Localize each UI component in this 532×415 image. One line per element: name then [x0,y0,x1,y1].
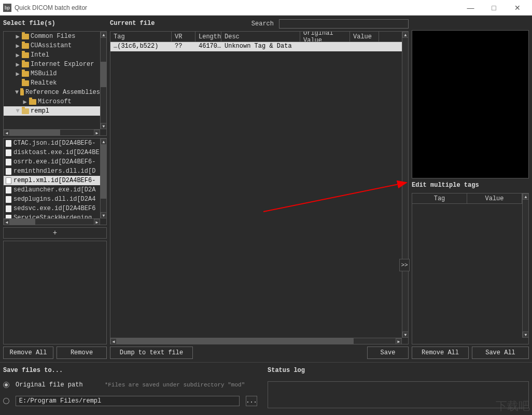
save-hint: *Files are saved under subdirectory "mod… [105,382,245,388]
scroll-up-icon[interactable]: ▲ [523,193,529,200]
image-preview [412,30,529,178]
tree-row[interactable]: ▶Common Files [4,32,100,41]
expand-arrow-icon[interactable]: ▶ [15,71,20,76]
file-row[interactable]: sedplugins.dll.id[D2A4 [4,195,100,204]
tree-hscroll[interactable]: ◀ ▶ [4,129,100,135]
scroll-left-icon[interactable]: ◀ [4,219,10,225]
dump-button[interactable]: Dump to text file [110,347,193,359]
file-row[interactable]: rempl.xml.id[D2A4BEF6- [4,176,100,185]
scroll-right-icon[interactable]: ▶ [94,130,100,136]
browse-button[interactable]: ... [246,396,257,406]
table-header-cell[interactable]: Desc [221,32,300,42]
filelist-vscroll[interactable]: ▲ ▼ [100,139,106,218]
table-hscroll[interactable]: ◀ ▶ [110,338,402,344]
tree-row[interactable]: Realtek [4,78,100,88]
scroll-right-icon[interactable]: ▶ [94,219,100,225]
edit-th-value: Value [467,193,522,203]
file-list[interactable]: CTAC.json.id[D2A4BEF6-disktoast.exe.id[D… [3,138,107,225]
file-row[interactable]: ServiceStackHardening. [4,213,100,218]
tree-row[interactable]: ▶Microsoft [4,97,100,106]
expand-arrow-icon[interactable]: ▶ [15,43,20,48]
table-header-cell[interactable]: Value [350,32,379,42]
table-header-cell[interactable]: Original Value [300,32,350,42]
tree-label: Microsoft [38,98,72,105]
table-cell [300,42,350,51]
expand-arrow-icon[interactable]: ▶ [22,99,27,104]
remove-all-button[interactable]: Remove All [3,347,53,359]
tree-row[interactable]: ▶Intel [4,50,100,60]
folder-icon [22,80,29,86]
expand-arrow-icon[interactable]: ▶ [15,52,20,58]
save-path-input[interactable] [16,396,240,406]
remove-button[interactable]: Remove [57,347,107,359]
folder-icon [22,71,29,77]
table-cell: 46170… [195,42,221,51]
tree-row[interactable]: ▼rempl [4,106,100,116]
status-log-heading: Status log [268,366,529,376]
expand-arrow-icon[interactable]: ▶ [15,62,20,67]
scroll-down-icon[interactable]: ▼ [402,331,409,338]
radio-original-path[interactable] [3,382,9,388]
file-row[interactable]: disktoast.exe.id[D2A4BE [4,148,100,157]
tree-row[interactable]: ▶CUAssistant [4,41,100,50]
expand-arrow-icon[interactable] [15,80,20,86]
file-row[interactable]: osrrb.exe.id[D2A4BEF6- [4,157,100,167]
scroll-up-icon[interactable]: ▲ [101,139,107,145]
search-label: Search [251,20,274,27]
folder-icon [22,43,29,49]
tree-vscroll[interactable]: ▲ ▼ [100,32,106,129]
scroll-right-icon[interactable]: ▶ [396,338,402,344]
table-cell: Unknown Tag & Data [221,42,300,51]
file-row[interactable]: CTAC.json.id[D2A4BEF6- [4,139,100,148]
close-button[interactable]: ✕ [506,0,529,16]
file-icon [6,205,11,212]
tag-table[interactable]: TagVRLengthDescOriginal ValueValue …(31c… [110,31,409,344]
expand-arrow-icon[interactable]: ▼ [15,108,20,114]
maximize-button[interactable]: □ [482,0,506,16]
file-icon [6,168,11,175]
scroll-down-icon[interactable]: ▼ [523,331,529,338]
file-icon [6,140,11,147]
file-row[interactable]: sedlauncher.exe.id[D2A [4,185,100,195]
scroll-left-icon[interactable]: ◀ [110,338,117,344]
file-icon [6,159,11,165]
tree-label: Intel [31,51,49,59]
scroll-down-icon[interactable]: ▼ [101,212,107,218]
edit-tags-table[interactable]: Tag Value ▲ ▼ [412,193,529,344]
table-header-cell[interactable]: Tag [110,32,172,42]
edit-vscroll[interactable]: ▲ ▼ [522,193,528,338]
expand-arrow-icon[interactable]: ▼ [15,90,19,95]
save-button[interactable]: Save [367,347,409,359]
minimize-button[interactable]: — [459,0,482,16]
file-label: disktoast.exe.id[D2A4BE [13,149,100,156]
save-all-button[interactable]: Save All [472,347,529,359]
tree-row[interactable]: ▶Internet Explorer [4,60,100,69]
scroll-down-icon[interactable]: ▼ [101,123,107,129]
folder-icon [22,34,29,39]
folder-icon [22,52,29,58]
scroll-left-icon[interactable]: ◀ [4,130,10,136]
tree-row[interactable]: ▼Reference Assemblies [4,88,100,97]
radio-custom-path[interactable] [3,398,9,404]
file-row[interactable]: reminthndlers.dll.id[D [4,167,100,176]
table-row[interactable]: …(31c6,b522)??46170…Unknown Tag & Data [110,42,402,51]
folder-tree[interactable]: ▶Common Files▶CUAssistant▶Intel▶Internet… [3,31,107,136]
folder-icon [22,62,29,67]
scroll-up-icon[interactable]: ▲ [402,32,409,38]
add-button[interactable]: + [3,227,107,239]
expand-arrow-icon[interactable]: ▶ [15,34,20,39]
file-row[interactable]: sedsvc.exe.id[D2A4BEF6 [4,204,100,213]
filelist-hscroll[interactable]: ◀ ▶ [4,218,100,225]
expand-sidebar-button[interactable]: >> [399,259,410,271]
table-header-cell[interactable]: VR [172,32,195,42]
file-icon [6,187,11,193]
table-vscroll[interactable]: ▲ ▼ [402,32,408,338]
scroll-up-icon[interactable]: ▲ [101,32,107,38]
search-input[interactable] [279,19,409,29]
tree-row[interactable]: ▶MSBuild [4,69,100,78]
table-header-cell[interactable]: Length [195,32,221,42]
tree-label: MSBuild [31,70,57,77]
table-cell [350,42,379,51]
remove-all-tags-button[interactable]: Remove All [412,347,469,359]
table-cell: ?? [172,42,195,51]
